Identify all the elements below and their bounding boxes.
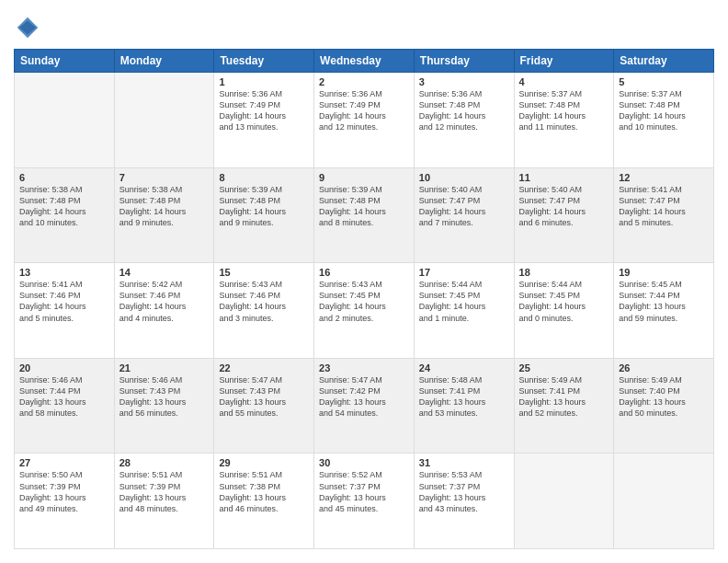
weekday-header-wednesday: Wednesday (314, 50, 415, 73)
day-number: 8 (219, 172, 309, 183)
day-info: Sunrise: 5:40 AM Sunset: 7:47 PM Dayligh… (419, 184, 509, 229)
day-info: Sunrise: 5:51 AM Sunset: 7:38 PM Dayligh… (219, 469, 309, 514)
calendar-header: SundayMondayTuesdayWednesdayThursdayFrid… (15, 50, 714, 73)
day-info: Sunrise: 5:39 AM Sunset: 7:48 PM Dayligh… (319, 184, 409, 229)
day-number: 12 (619, 172, 709, 183)
day-info: Sunrise: 5:41 AM Sunset: 7:46 PM Dayligh… (19, 279, 109, 324)
weekday-header-friday: Friday (514, 50, 614, 73)
header (14, 14, 714, 41)
calendar-cell: 14Sunrise: 5:42 AM Sunset: 7:46 PM Dayli… (114, 263, 214, 359)
day-info: Sunrise: 5:38 AM Sunset: 7:48 PM Dayligh… (119, 184, 210, 229)
day-number: 22 (219, 362, 309, 373)
day-info: Sunrise: 5:48 AM Sunset: 7:41 PM Dayligh… (419, 374, 509, 419)
day-info: Sunrise: 5:46 AM Sunset: 7:43 PM Dayligh… (119, 374, 210, 419)
day-number: 30 (319, 457, 409, 468)
day-number: 13 (19, 267, 109, 278)
day-info: Sunrise: 5:42 AM Sunset: 7:46 PM Dayligh… (119, 279, 210, 324)
day-info: Sunrise: 5:36 AM Sunset: 7:49 PM Dayligh… (219, 88, 309, 133)
calendar-cell (114, 73, 214, 168)
day-number: 4 (519, 76, 609, 87)
day-number: 28 (119, 457, 210, 468)
calendar-week-row: 13Sunrise: 5:41 AM Sunset: 7:46 PM Dayli… (15, 263, 714, 359)
calendar-cell: 17Sunrise: 5:44 AM Sunset: 7:45 PM Dayli… (414, 263, 514, 359)
logo-icon (14, 14, 41, 41)
day-info: Sunrise: 5:44 AM Sunset: 7:45 PM Dayligh… (519, 279, 609, 324)
weekday-header-sunday: Sunday (15, 50, 115, 73)
calendar-cell: 24Sunrise: 5:48 AM Sunset: 7:41 PM Dayli… (414, 358, 514, 454)
day-number: 26 (619, 362, 709, 373)
day-info: Sunrise: 5:45 AM Sunset: 7:44 PM Dayligh… (619, 279, 709, 324)
calendar-cell: 19Sunrise: 5:45 AM Sunset: 7:44 PM Dayli… (614, 263, 714, 359)
day-number: 16 (319, 267, 409, 278)
day-info: Sunrise: 5:44 AM Sunset: 7:45 PM Dayligh… (419, 279, 509, 324)
calendar-cell: 5Sunrise: 5:37 AM Sunset: 7:48 PM Daylig… (614, 73, 714, 168)
calendar-cell: 25Sunrise: 5:49 AM Sunset: 7:41 PM Dayli… (514, 358, 614, 454)
day-number: 11 (519, 172, 609, 183)
day-number: 7 (119, 172, 210, 183)
calendar-cell: 1Sunrise: 5:36 AM Sunset: 7:49 PM Daylig… (214, 73, 314, 168)
day-info: Sunrise: 5:51 AM Sunset: 7:39 PM Dayligh… (119, 469, 210, 514)
calendar-cell: 20Sunrise: 5:46 AM Sunset: 7:44 PM Dayli… (15, 358, 115, 454)
day-info: Sunrise: 5:38 AM Sunset: 7:48 PM Dayligh… (19, 184, 109, 229)
day-number: 6 (19, 172, 109, 183)
day-number: 10 (419, 172, 509, 183)
calendar-cell: 16Sunrise: 5:43 AM Sunset: 7:45 PM Dayli… (314, 263, 415, 359)
day-info: Sunrise: 5:50 AM Sunset: 7:39 PM Dayligh… (19, 469, 109, 514)
day-info: Sunrise: 5:43 AM Sunset: 7:45 PM Dayligh… (319, 279, 409, 324)
calendar-cell: 29Sunrise: 5:51 AM Sunset: 7:38 PM Dayli… (214, 454, 314, 549)
day-number: 27 (19, 457, 109, 468)
day-info: Sunrise: 5:47 AM Sunset: 7:42 PM Dayligh… (319, 374, 409, 419)
day-info: Sunrise: 5:36 AM Sunset: 7:49 PM Dayligh… (319, 88, 409, 133)
calendar-week-row: 1Sunrise: 5:36 AM Sunset: 7:49 PM Daylig… (15, 73, 714, 168)
calendar-cell: 8Sunrise: 5:39 AM Sunset: 7:48 PM Daylig… (214, 167, 314, 263)
day-number: 19 (619, 267, 709, 278)
day-number: 5 (619, 76, 709, 87)
day-number: 15 (219, 267, 309, 278)
weekday-header-tuesday: Tuesday (214, 50, 314, 73)
day-info: Sunrise: 5:49 AM Sunset: 7:41 PM Dayligh… (519, 374, 609, 419)
day-number: 14 (119, 267, 210, 278)
calendar-cell: 26Sunrise: 5:49 AM Sunset: 7:40 PM Dayli… (614, 358, 714, 454)
calendar-cell: 9Sunrise: 5:39 AM Sunset: 7:48 PM Daylig… (314, 167, 415, 263)
day-info: Sunrise: 5:47 AM Sunset: 7:43 PM Dayligh… (219, 374, 309, 419)
day-info: Sunrise: 5:37 AM Sunset: 7:48 PM Dayligh… (519, 88, 609, 133)
day-info: Sunrise: 5:37 AM Sunset: 7:48 PM Dayligh… (619, 88, 709, 133)
day-info: Sunrise: 5:46 AM Sunset: 7:44 PM Dayligh… (19, 374, 109, 419)
calendar-cell: 15Sunrise: 5:43 AM Sunset: 7:46 PM Dayli… (214, 263, 314, 359)
calendar-cell: 18Sunrise: 5:44 AM Sunset: 7:45 PM Dayli… (514, 263, 614, 359)
calendar-cell: 31Sunrise: 5:53 AM Sunset: 7:37 PM Dayli… (414, 454, 514, 549)
day-number: 20 (19, 362, 109, 373)
calendar-cell: 13Sunrise: 5:41 AM Sunset: 7:46 PM Dayli… (15, 263, 115, 359)
calendar-cell: 10Sunrise: 5:40 AM Sunset: 7:47 PM Dayli… (414, 167, 514, 263)
calendar: SundayMondayTuesdayWednesdayThursdayFrid… (14, 49, 714, 549)
day-number: 17 (419, 267, 509, 278)
calendar-cell: 12Sunrise: 5:41 AM Sunset: 7:47 PM Dayli… (614, 167, 714, 263)
day-number: 25 (519, 362, 609, 373)
day-info: Sunrise: 5:43 AM Sunset: 7:46 PM Dayligh… (219, 279, 309, 324)
calendar-cell: 4Sunrise: 5:37 AM Sunset: 7:48 PM Daylig… (514, 73, 614, 168)
calendar-body: 1Sunrise: 5:36 AM Sunset: 7:49 PM Daylig… (15, 73, 714, 549)
calendar-cell (614, 454, 714, 549)
day-number: 31 (419, 457, 509, 468)
day-info: Sunrise: 5:36 AM Sunset: 7:48 PM Dayligh… (419, 88, 509, 133)
svg-marker-1 (19, 21, 36, 35)
calendar-cell: 22Sunrise: 5:47 AM Sunset: 7:43 PM Dayli… (214, 358, 314, 454)
day-number: 18 (519, 267, 609, 278)
calendar-cell (514, 454, 614, 549)
weekday-header-monday: Monday (114, 50, 214, 73)
calendar-cell: 3Sunrise: 5:36 AM Sunset: 7:48 PM Daylig… (414, 73, 514, 168)
calendar-cell: 27Sunrise: 5:50 AM Sunset: 7:39 PM Dayli… (15, 454, 115, 549)
page: SundayMondayTuesdayWednesdayThursdayFrid… (0, 0, 728, 563)
calendar-week-row: 20Sunrise: 5:46 AM Sunset: 7:44 PM Dayli… (15, 358, 714, 454)
day-info: Sunrise: 5:49 AM Sunset: 7:40 PM Dayligh… (619, 374, 709, 419)
day-number: 9 (319, 172, 409, 183)
weekday-header-saturday: Saturday (614, 50, 714, 73)
calendar-cell: 6Sunrise: 5:38 AM Sunset: 7:48 PM Daylig… (15, 167, 115, 263)
day-info: Sunrise: 5:53 AM Sunset: 7:37 PM Dayligh… (419, 469, 509, 514)
logo (14, 14, 45, 41)
day-number: 24 (419, 362, 509, 373)
day-number: 21 (119, 362, 210, 373)
calendar-cell (15, 73, 115, 168)
calendar-week-row: 6Sunrise: 5:38 AM Sunset: 7:48 PM Daylig… (15, 167, 714, 263)
calendar-cell: 23Sunrise: 5:47 AM Sunset: 7:42 PM Dayli… (314, 358, 415, 454)
